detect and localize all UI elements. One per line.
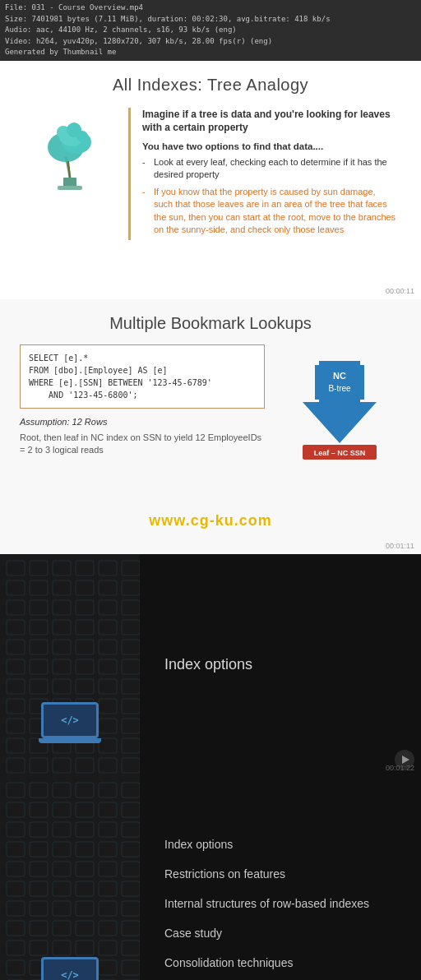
svg-rect-37: [99, 620, 117, 635]
slide-bookmark-lookups: Multiple Bookmark Lookups SELECT [e].* F…: [0, 299, 421, 554]
svg-rect-19: [99, 561, 117, 576]
svg-rect-108: [76, 862, 94, 876]
svg-rect-36: [76, 620, 94, 635]
svg-rect-109: [99, 862, 117, 876]
svg-rect-22: [30, 580, 48, 595]
svg-rect-133: [99, 941, 117, 955]
svg-rect-43: [99, 640, 117, 654]
svg-rect-110: [122, 862, 140, 876]
slide1-title: All Indexes: Tree Analogy: [25, 76, 396, 95]
svg-rect-20: [122, 561, 140, 576]
svg-rect-112: [30, 881, 48, 896]
svg-rect-75: [7, 758, 25, 773]
watermark: www.cg-ku.com: [149, 512, 271, 529]
svg-rect-68: [122, 719, 140, 733]
pattern-svg-2: [0, 776, 140, 981]
file-info-line4: Video: h264, yuv420p, 1280x720, 307 kb/s…: [5, 36, 416, 48]
svg-rect-125: [53, 921, 71, 936]
slide1-content: Imagine if a tree is data and you're loo…: [25, 108, 396, 241]
svg-rect-49: [99, 659, 117, 674]
svg-rect-28: [30, 600, 48, 615]
svg-rect-77: [53, 758, 71, 773]
svg-rect-57: [7, 699, 25, 714]
svg-rect-39: [7, 640, 25, 654]
svg-rect-83: [53, 783, 71, 797]
svg-rect-105: [7, 862, 25, 876]
svg-rect-99: [7, 842, 25, 857]
svg-rect-62: [122, 699, 140, 714]
file-info-line3: Audio: aac, 44100 Hz, 2 channels, s16, 9…: [5, 25, 416, 36]
svg-rect-131: [53, 941, 71, 955]
svg-rect-51: [7, 679, 25, 694]
svg-rect-113: [53, 881, 71, 896]
slide1-bullets: Look at every leaf, checking each to det…: [142, 156, 396, 236]
svg-rect-101: [53, 842, 71, 857]
bg-pattern-2: [0, 776, 140, 981]
svg-rect-38: [122, 620, 140, 635]
svg-rect-128: [122, 921, 140, 936]
svg-rect-100: [30, 842, 48, 857]
svg-rect-21: [7, 580, 25, 595]
svg-rect-27: [7, 600, 25, 615]
svg-rect-86: [122, 783, 140, 797]
laptop-icon-2: </>: [37, 957, 103, 981]
svg-rect-55: [99, 679, 117, 694]
svg-rect-91: [99, 802, 117, 817]
svg-rect-106: [30, 862, 48, 876]
svg-rect-44: [122, 640, 140, 654]
svg-rect-16: [30, 561, 48, 576]
svg-rect-94: [30, 822, 48, 837]
btree-diagram: NC B-tree Leaf – NC SSN: [290, 353, 389, 460]
svg-rect-35: [53, 620, 71, 635]
svg-rect-26: [122, 580, 140, 595]
svg-rect-32: [122, 600, 140, 615]
slide2-timestamp: 00:01:11: [386, 542, 414, 550]
svg-rect-92: [122, 802, 140, 817]
slide1-subtitle: You have two options to find that data..…: [142, 141, 396, 151]
svg-text:B-tree: B-tree: [328, 384, 351, 393]
svg-rect-54: [76, 679, 94, 694]
svg-rect-120: [76, 901, 94, 916]
svg-rect-81: [7, 783, 25, 797]
svg-rect-69: [7, 738, 25, 753]
svg-rect-135: [7, 960, 25, 975]
svg-rect-97: [99, 822, 117, 837]
slide4-left-panel: </>: [0, 776, 140, 981]
svg-rect-93: [7, 822, 25, 837]
slide-menu: </> Index options Restrictions on featur…: [0, 776, 421, 981]
btree-svg: NC B-tree Leaf – NC SSN: [290, 353, 389, 460]
slide4-laptop-code: </>: [61, 969, 79, 981]
slide3-title: Index options: [164, 656, 252, 673]
slide1-text: Imagine if a tree is data and you're loo…: [128, 108, 396, 241]
svg-rect-52: [30, 679, 48, 694]
svg-rect-48: [76, 659, 94, 674]
svg-rect-17: [53, 561, 71, 576]
svg-rect-115: [99, 881, 117, 896]
svg-rect-119: [53, 901, 71, 916]
svg-rect-123: [7, 921, 25, 936]
svg-rect-140: [122, 960, 140, 975]
slide3-laptop-code: </>: [61, 714, 79, 726]
svg-rect-82: [30, 783, 48, 797]
slide-index-options: </> Index options 00:01:22: [0, 554, 421, 776]
file-info-line5: Generated by Thumbnail me: [5, 47, 416, 58]
slide2-left: SELECT [e].* FROM [dbo].[Employee] AS [e…: [20, 344, 265, 457]
svg-rect-95: [53, 822, 71, 837]
svg-rect-107: [53, 862, 71, 876]
slide3-left-panel: </>: [0, 554, 140, 776]
slide-tree-analogy: All Indexes: Tree Analogy: [0, 61, 421, 299]
slide1-bullet2: If you know that the property is caused …: [142, 186, 396, 237]
laptop-base: [39, 738, 101, 743]
svg-rect-18: [76, 561, 94, 576]
slide3-timestamp: 00:01:22: [386, 764, 414, 772]
svg-rect-30: [76, 600, 94, 615]
svg-rect-130: [30, 941, 48, 955]
svg-rect-96: [76, 822, 94, 837]
svg-rect-124: [30, 921, 48, 936]
svg-rect-53: [53, 679, 71, 694]
menu-item-4: Consolidation techniques: [164, 955, 396, 971]
svg-rect-98: [122, 822, 140, 837]
menu-item-2: Internal structures of row-based indexes: [164, 895, 396, 912]
svg-rect-104: [122, 842, 140, 857]
svg-rect-34: [30, 620, 48, 635]
